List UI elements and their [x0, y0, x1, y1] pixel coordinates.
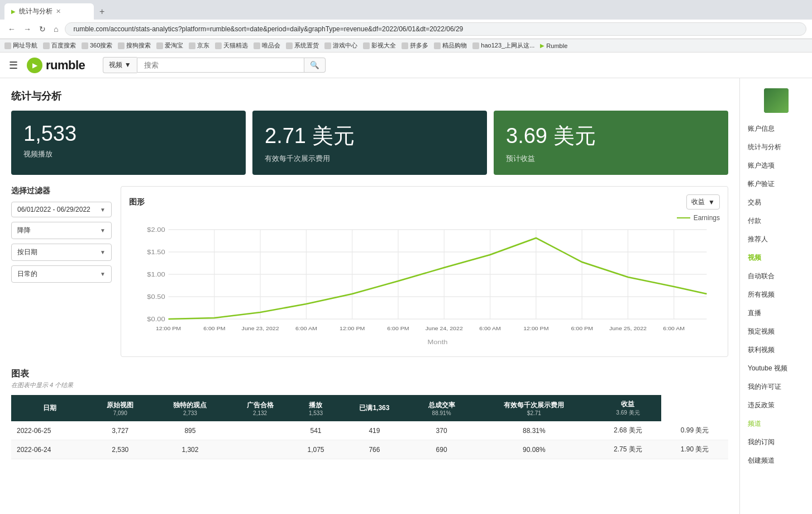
bookmark-icon-3 [82, 42, 88, 49]
search-category-arrow: ▼ [125, 61, 131, 69]
sidebar-item-subscriptions[interactable]: 我的订阅 [740, 433, 812, 451]
bookmark-百度搜索[interactable]: 百度搜索 [43, 41, 76, 50]
logo-area[interactable]: rumble [27, 58, 85, 73]
filter1-dropdown[interactable]: 降降 ▼ [11, 222, 112, 239]
sidebar-label-violations: 违反政策 [748, 401, 775, 409]
sidebar-item-account-info[interactable]: 账户信息 [740, 120, 812, 138]
avatar-image [764, 88, 789, 113]
rumble-bookmark-icon: ▶ [540, 42, 544, 49]
sidebar-label-live: 直播 [748, 309, 761, 317]
bookmark-icon-5 [156, 42, 163, 49]
bookmark-360搜索[interactable]: 360搜索 [82, 41, 112, 50]
svg-text:$2.00: $2.00 [147, 226, 165, 234]
sidebar-item-account-verify[interactable]: 帐户验证 [740, 175, 812, 193]
hamburger-menu[interactable]: ☰ [9, 59, 18, 72]
col-earnings: 收益 3.69 美元 [595, 395, 662, 421]
cell-filled-1: 690 [409, 440, 474, 459]
bookmark-icon-4 [118, 42, 125, 49]
bookmark-网址导航[interactable]: 网址导航 [4, 41, 37, 50]
cell-unique-1: 1,302 [152, 440, 228, 459]
cell-raw-views-1: 2,530 [88, 440, 152, 459]
bookmark-唯品会[interactable]: 唯品会 [254, 41, 280, 50]
stat-card-views: 1,533 视频播放 [11, 111, 246, 175]
sidebar-item-scheduled[interactable]: 预定视频 [740, 322, 812, 341]
col-unique: 独特的观点 2,733 [152, 395, 228, 421]
cell-raw-views-0: 3,727 [88, 421, 152, 440]
sidebar-item-videos[interactable]: 视频 [740, 249, 812, 267]
filter2-dropdown[interactable]: 按日期 ▼ [11, 244, 112, 261]
search-button[interactable]: 🔍 [304, 58, 326, 73]
svg-text:6:00 PM: 6:00 PM [387, 326, 409, 331]
back-button[interactable]: ← [6, 23, 18, 35]
bookmark-系统置货[interactable]: 系统置货 [286, 41, 319, 50]
reload-button[interactable]: ↻ [37, 23, 48, 35]
sidebar-item-licenses[interactable]: 我的许可证 [740, 378, 812, 396]
new-tab-button[interactable]: + [96, 6, 108, 18]
stat-earnings-number: 3.69 美元 [506, 122, 716, 150]
legend-label: Earnings [694, 214, 720, 222]
bookmark-icon-13 [434, 42, 441, 49]
cell-impressions-0: 419 [340, 421, 409, 440]
sidebar-item-channel[interactable]: 频道 [740, 415, 812, 433]
rumble-bookmark-label: Rumble [546, 42, 567, 49]
home-button[interactable]: ⌂ [51, 23, 60, 35]
col-impressions: 已满1,363 [340, 395, 409, 421]
chart-type-arrow: ▼ [708, 198, 715, 206]
chart-type-label: 收益 [691, 197, 705, 207]
bookmark-京东[interactable]: 京东 [189, 41, 209, 50]
sidebar-item-all-videos[interactable]: 所有视频 [740, 285, 812, 304]
bookmark-拼多多[interactable]: 拼多多 [402, 41, 428, 50]
chart-type-select[interactable]: 收益 ▼ [686, 194, 720, 210]
sidebar-item-youtube[interactable]: Youtube 视频 [740, 359, 812, 378]
tab-close-btn[interactable]: ✕ [56, 8, 61, 15]
filter-chart-row: 选择过滤器 06/01/2022 - 06/29/2022 ▼ 降降 ▼ 按日期… [11, 186, 728, 357]
bookmark-rumble[interactable]: ▶ Rumble [540, 42, 567, 49]
chart-title: 图形 [129, 197, 145, 207]
filter3-value: 日常的 [17, 269, 37, 279]
sidebar: 账户信息 统计与分析 账户选项 帐户验证 交易 付款 推荐人 视频 自动联合 所… [739, 78, 812, 514]
col-date: 日期 [11, 395, 88, 421]
cell-fill-rate-1: 90.08% [474, 440, 595, 459]
sidebar-item-referral[interactable]: 推荐人 [740, 230, 812, 249]
stat-views-label: 视频播放 [23, 149, 233, 159]
svg-text:12:00 PM: 12:00 PM [340, 326, 365, 331]
stat-cards: 1,533 视频播放 2.71 美元 有效每千次展示费用 3.69 美元 预计收… [11, 111, 728, 175]
bookmark-游戏中心[interactable]: 游戏中心 [324, 41, 357, 50]
sidebar-item-monetized[interactable]: 获利视频 [740, 341, 812, 359]
chart-section: 图形 收益 ▼ Earnings [121, 186, 728, 357]
bookmark-爱淘宝[interactable]: 爱淘宝 [156, 41, 183, 50]
bookmark-影视大全[interactable]: 影视大全 [363, 41, 396, 50]
bookmark-天猫精选[interactable]: 天猫精选 [215, 41, 248, 50]
sidebar-item-account-options[interactable]: 账户选项 [740, 156, 812, 175]
rumble-logo-icon [27, 58, 42, 73]
sidebar-item-transactions[interactable]: 交易 [740, 193, 812, 212]
sidebar-label-monetized: 获利视频 [748, 346, 775, 354]
cell-cpm-0: 2.68 美元 [595, 421, 662, 440]
sidebar-item-auto-union[interactable]: 自动联合 [740, 267, 812, 285]
svg-text:6:00 AM: 6:00 AM [295, 326, 317, 331]
bookmark-搜狗搜索[interactable]: 搜狗搜索 [118, 41, 151, 50]
sidebar-item-create-channel[interactable]: 创建频道 [740, 451, 812, 470]
sidebar-item-violations[interactable]: 违反政策 [740, 396, 812, 415]
date-range-dropdown[interactable]: 06/01/2022 - 06/29/2022 ▼ [11, 202, 112, 217]
sidebar-label-account-options: 账户选项 [748, 161, 775, 169]
filter3-dropdown[interactable]: 日常的 ▼ [11, 265, 112, 283]
search-category-dropdown[interactable]: 视频 ▼ [103, 57, 136, 73]
date-range-arrow: ▼ [100, 207, 106, 213]
search-input[interactable] [137, 58, 304, 73]
active-tab[interactable]: ▶ 统计与分析 ✕ [4, 3, 94, 20]
cell-date-1: 2022-06-24 [11, 440, 88, 459]
svg-text:$0.50: $0.50 [147, 293, 165, 301]
sidebar-item-payment[interactable]: 付款 [740, 212, 812, 230]
sidebar-item-stats[interactable]: 统计与分析 [740, 138, 812, 156]
bookmark-精品购物[interactable]: 精品购物 [434, 41, 467, 50]
cell-plays-0: 541 [292, 421, 340, 440]
sidebar-item-live[interactable]: 直播 [740, 304, 812, 322]
cell-earnings-0: 0.99 美元 [661, 421, 728, 440]
svg-text:12:00 PM: 12:00 PM [523, 326, 548, 331]
bookmark-hao123[interactable]: hao123_上网从这... [472, 41, 534, 50]
svg-text:June 24, 2022: June 24, 2022 [426, 326, 463, 331]
sidebar-label-transactions: 交易 [748, 198, 761, 206]
forward-button[interactable]: → [21, 23, 34, 35]
url-input[interactable] [65, 22, 806, 36]
